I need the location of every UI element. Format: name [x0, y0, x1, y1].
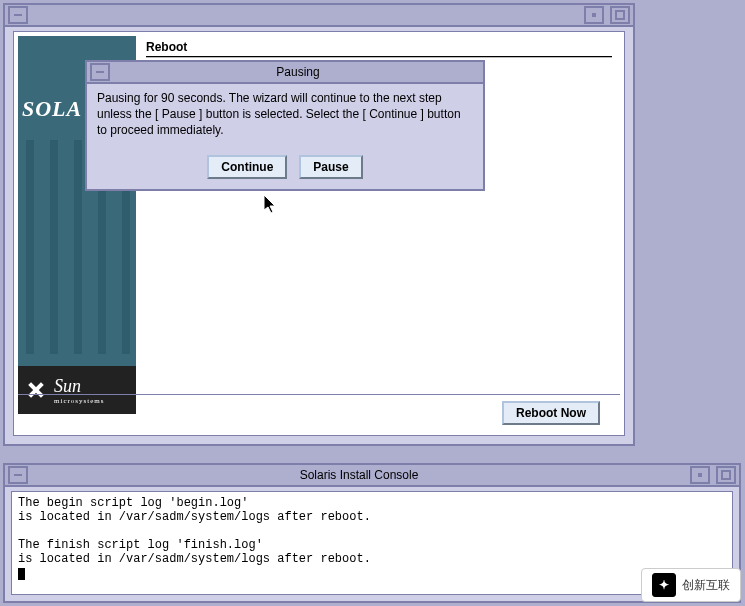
console-titlebar[interactable]: Solaris Install Console — [5, 465, 739, 487]
console-output: The begin script log 'begin.log' is loca… — [11, 491, 733, 595]
watermark-text: 创新互联 — [682, 577, 730, 594]
window-menu-icon[interactable] — [8, 466, 28, 484]
pausing-dialog: Pausing Pausing for 90 seconds. The wiza… — [85, 60, 485, 191]
console-window: Solaris Install Console The begin script… — [3, 463, 741, 603]
reboot-now-button[interactable]: Reboot Now — [502, 401, 600, 425]
window-menu-icon[interactable] — [90, 63, 110, 81]
minimize-icon[interactable] — [584, 6, 604, 24]
pausing-message: Pausing for 90 seconds. The wizard will … — [87, 84, 483, 151]
watermark-logo-icon: ✦ — [652, 573, 676, 597]
watermark-badge: ✦ 创新互联 — [641, 568, 741, 602]
window-menu-icon[interactable] — [8, 6, 28, 24]
text-caret-icon — [18, 568, 25, 580]
maximize-icon[interactable] — [610, 6, 630, 24]
page-title-rule — [146, 56, 612, 58]
pausing-title: Pausing — [113, 65, 483, 79]
console-title: Solaris Install Console — [31, 468, 687, 482]
page-title: Reboot — [146, 40, 187, 54]
pausing-titlebar[interactable]: Pausing — [87, 62, 483, 84]
footer-bar: Reboot Now — [18, 394, 620, 431]
pausing-button-row: Continue Pause — [87, 151, 483, 189]
installer-titlebar[interactable] — [5, 5, 633, 27]
solaris-wordmark: SOLA — [22, 96, 82, 122]
minimize-icon[interactable] — [690, 466, 710, 484]
maximize-icon[interactable] — [716, 466, 736, 484]
sun-logo-text: Sun — [54, 376, 81, 396]
continue-button[interactable]: Continue — [207, 155, 287, 179]
pause-button[interactable]: Pause — [299, 155, 362, 179]
